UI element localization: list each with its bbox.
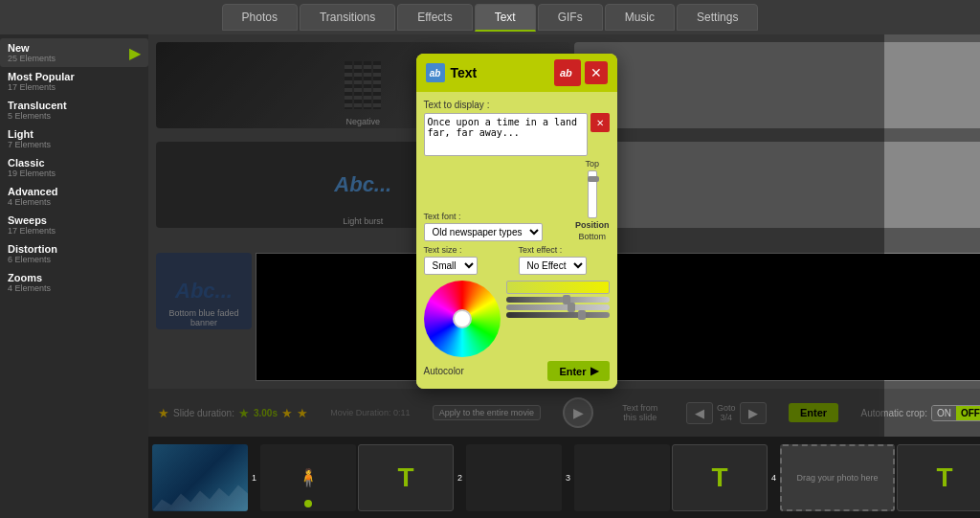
sidebar-item-advanced-label: Advanced xyxy=(8,186,141,197)
film-t-icon-5: T xyxy=(711,462,727,493)
tab-text[interactable]: Text xyxy=(475,4,536,32)
sidebar-item-classic-label: Classic xyxy=(8,157,141,169)
enter-arrow-icon: ▶ xyxy=(590,365,598,377)
top-navigation: Photos Transitions Effects Text GIFs Mus… xyxy=(0,0,980,34)
off-button[interactable]: OFF xyxy=(956,406,980,420)
film-thumb-2[interactable]: T xyxy=(358,444,454,511)
position-bottom-label: Bottom xyxy=(578,232,606,241)
sidebar-item-classic-sub: 19 Elements xyxy=(8,169,141,178)
size-select[interactable]: Small xyxy=(424,257,478,275)
sidebar-item-light[interactable]: Light 7 Elements xyxy=(0,124,148,153)
sidebar-item-popular-label: Most Popular xyxy=(8,71,141,82)
sidebar-item-distortion-label: Distortion xyxy=(8,243,141,255)
effect-select[interactable]: No Effect xyxy=(519,257,587,275)
modal-bottom-row: Autocolor Enter ▶ xyxy=(424,361,610,381)
modal-header-actions: ab ✕ xyxy=(554,59,608,86)
sliders-area xyxy=(506,297,610,357)
film-t-icon-7: T xyxy=(937,462,953,493)
color-wheel[interactable] xyxy=(424,281,501,357)
film-number-1: 1 xyxy=(250,473,258,483)
tab-settings[interactable]: Settings xyxy=(677,4,758,31)
font-label: Text font : xyxy=(424,212,570,221)
sidebar-item-translucent-label: Translucent xyxy=(8,100,141,111)
sidebar-item-new[interactable]: New 25 Elements ▶ xyxy=(0,38,148,67)
sidebar-item-light-sub: 7 Elements xyxy=(8,140,141,149)
modal-header-icon: ab xyxy=(554,59,581,86)
sidebar-item-distortion[interactable]: Distortion 6 Elements xyxy=(0,239,148,268)
text-area-wrap xyxy=(424,113,588,159)
film-thumb-1[interactable]: 🧍 xyxy=(260,444,356,511)
film-thumb-0[interactable] xyxy=(152,444,248,511)
sidebar-item-most-popular[interactable]: Most Popular 17 Elements xyxy=(0,67,148,96)
text-modal: ab Text ab ✕ Text to display : ✕ xyxy=(416,54,617,389)
drag-photo-label: Drag your photo here xyxy=(797,473,879,483)
position-col: Top Position Bottom xyxy=(575,159,610,241)
modal-close-button[interactable]: ✕ xyxy=(585,61,608,84)
sidebar-item-classic[interactable]: Classic 19 Elements xyxy=(0,153,148,182)
film-thumb-5[interactable]: T xyxy=(672,444,768,511)
sidebar-item-sweeps-label: Sweeps xyxy=(8,214,141,226)
modal-overlay: ab Text ab ✕ Text to display : ✕ xyxy=(148,34,884,437)
hue-slider[interactable] xyxy=(506,297,610,303)
position-thumb xyxy=(588,176,599,182)
sidebar-item-advanced[interactable]: Advanced 4 Elements xyxy=(0,182,148,211)
sidebar-item-translucent-sub: 5 Elements xyxy=(8,111,141,121)
modal-title-row: ab Text xyxy=(426,63,478,82)
sidebar-item-new-sub: 25 Elements xyxy=(8,54,56,63)
modal-body: Text to display : ✕ Text font : Old news… xyxy=(416,92,617,389)
sidebar-item-advanced-sub: 4 Elements xyxy=(8,197,141,207)
on-button[interactable]: ON xyxy=(932,406,956,420)
tab-gifs[interactable]: GIFs xyxy=(538,4,603,31)
clear-text-button[interactable]: ✕ xyxy=(590,113,610,132)
sidebar-item-sweeps[interactable]: Sweeps 17 Elements xyxy=(0,211,148,239)
sidebar-item-zooms-sub: 4 Elements xyxy=(8,283,141,293)
sidebar-item-sweeps-sub: 17 Elements xyxy=(8,226,141,236)
film-thumb-drag[interactable]: Drag your photo here xyxy=(780,444,895,511)
film-number-4: 4 xyxy=(769,473,778,483)
modal-title-text: Text xyxy=(451,65,478,80)
size-effect-row: Text size : Small Text effect : No Effec… xyxy=(424,245,610,275)
color-area xyxy=(424,281,610,357)
film-number-2: 2 xyxy=(456,473,464,483)
brightness-slider[interactable] xyxy=(506,312,610,318)
film-t-icon-2: T xyxy=(397,462,413,493)
sidebar-item-translucent[interactable]: Translucent 5 Elements xyxy=(0,96,148,124)
bottom-filmstrip: 1 🧍 T 2 3 T 4 xyxy=(148,437,980,518)
size-label: Text size : xyxy=(424,245,515,255)
font-col: Text font : Old newspaper types xyxy=(424,212,570,241)
effect-label: Text effect : xyxy=(519,245,610,255)
color-swatch-yellow[interactable] xyxy=(506,281,610,294)
saturation-slider[interactable] xyxy=(506,304,610,310)
autocolor-label: Autocolor xyxy=(424,366,464,376)
sat-slider-thumb xyxy=(568,303,575,312)
sidebar-item-zooms-label: Zooms xyxy=(8,272,141,283)
position-slider[interactable] xyxy=(588,170,597,218)
tab-photos[interactable]: Photos xyxy=(222,4,298,31)
text-clear-row: ✕ xyxy=(424,113,610,159)
font-position-row: Text font : Old newspaper types Top Posi… xyxy=(424,159,610,241)
position-top-label: Top xyxy=(585,159,599,169)
svg-text:ab: ab xyxy=(560,67,572,79)
modal-header: ab Text ab ✕ xyxy=(416,54,617,92)
color-wheel-inner xyxy=(453,309,472,328)
font-select[interactable]: Old newspaper types xyxy=(424,223,543,241)
film-number-3: 3 xyxy=(564,473,572,483)
left-sidebar: New 25 Elements ▶ Most Popular 17 Elemen… xyxy=(0,34,148,518)
film-green-dot-1 xyxy=(304,500,312,507)
text-input[interactable] xyxy=(424,113,588,156)
film-thumb-3[interactable] xyxy=(466,444,562,511)
sidebar-item-new-label: New xyxy=(8,42,56,54)
tab-music[interactable]: Music xyxy=(605,4,675,31)
new-arrow-icon: ▶ xyxy=(129,44,141,62)
sidebar-item-zooms[interactable]: Zooms 4 Elements xyxy=(0,268,148,297)
tab-effects[interactable]: Effects xyxy=(397,4,472,31)
sidebar-item-distortion-sub: 6 Elements xyxy=(8,255,141,264)
film-person-icon: 🧍 xyxy=(298,467,319,488)
enter-modal-button[interactable]: Enter ▶ xyxy=(547,361,609,381)
film-thumb-4[interactable] xyxy=(574,444,670,511)
film-thumb-7[interactable]: T xyxy=(897,444,980,511)
size-col: Text size : Small xyxy=(424,245,515,275)
tab-transitions[interactable]: Transitions xyxy=(300,4,395,31)
on-off-toggle[interactable]: ON OFF xyxy=(931,405,980,421)
color-swatches xyxy=(506,281,610,357)
